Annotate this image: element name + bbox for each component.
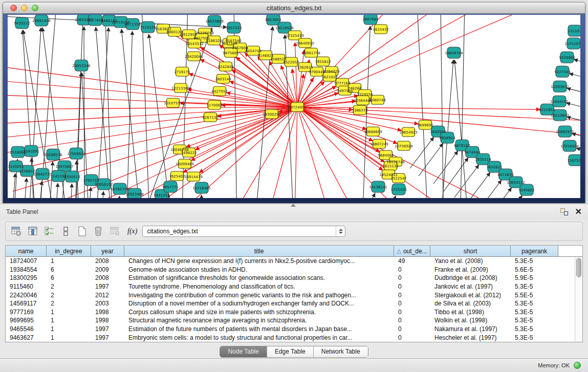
cell: 1 (47, 325, 91, 333)
table-settings-icon[interactable] (10, 225, 23, 238)
column-header-short[interactable]: short (430, 246, 511, 256)
cell: Tourette syndrome. Phenomenology and cla… (124, 283, 394, 290)
float-panel-icon[interactable] (560, 208, 568, 215)
cell: 19384554 (6, 266, 47, 273)
column-header-out_de[interactable]: △out_de... (394, 246, 430, 256)
node-table: namein_degreeyeartitle△out_de...shortpag… (5, 245, 583, 342)
graph-node-label: 20691406 (32, 19, 51, 23)
cell: Dudbridge et al. (2008) (430, 274, 511, 281)
cell: 5.6E-5 (511, 266, 558, 273)
graph-node-label: 7857223 (226, 26, 242, 30)
graph-node-label: 8427552 (211, 90, 227, 94)
table-selector-combobox[interactable]: citations_edges.txt (142, 226, 345, 237)
graph-node-label: 15751074 (564, 42, 580, 46)
graph-node-label: 2935114 (475, 158, 491, 162)
graph-node-label: 1170065 (206, 103, 222, 107)
new-column-icon[interactable] (75, 225, 89, 238)
cell: 6 (47, 266, 91, 273)
table-panel: Table Panel ✕ f(x) citations_edges.txt (0, 204, 588, 358)
graph-edge (362, 193, 375, 198)
cell: 2 (47, 283, 91, 290)
table-row[interactable]: 1872400712008Changes of HCN gene express… (6, 257, 575, 266)
cell: 0 (394, 274, 430, 281)
graph-node-label: 131101 (568, 29, 580, 33)
sort-ascending-icon: △ (397, 248, 401, 254)
window-titlebar[interactable]: citations_edges.txt (3, 2, 585, 14)
cell: Nakamura et al. (1997) (430, 325, 511, 333)
table-scrollbar[interactable] (575, 257, 582, 342)
graph-edge (297, 107, 366, 198)
graph-node-label: 10107553 (164, 101, 182, 105)
table-body: 1872400712008Changes of HCN gene express… (6, 257, 575, 342)
delete-table-icon[interactable] (108, 225, 121, 238)
column-header-name[interactable]: name (6, 246, 47, 256)
graph-node-label: 2324554 (357, 93, 373, 97)
graph-node-label: 1350513 (64, 175, 80, 179)
window-title: citations_edges.txt (3, 4, 585, 12)
graph-edge (180, 103, 297, 107)
cell: Yano et al. (2008) (430, 257, 511, 265)
graph-node-label: 8454749 (245, 49, 261, 53)
column-pair-icon[interactable] (59, 225, 72, 238)
graph-node-label: 8958924 (439, 136, 455, 140)
cell: 0 (394, 334, 430, 341)
graph-edge (570, 74, 580, 82)
cell: 2008 (91, 274, 124, 281)
cell: Jankovic et al. (1997) (430, 283, 511, 290)
select-columns-icon[interactable] (42, 225, 56, 238)
table-row[interactable]: 946554611997Estimation of the future num… (6, 325, 575, 334)
graph-node-label: 7625402 (169, 174, 185, 179)
graph-node-label: 9435572 (14, 21, 30, 26)
table-row[interactable]: 969969511998Structural magnetic resonanc… (6, 316, 575, 325)
graph-edge (8, 79, 297, 107)
graph-node-label: 16782759 (111, 187, 129, 191)
function-builder-icon[interactable]: f(x) (127, 227, 137, 235)
status-bar: Memory: OK (0, 358, 588, 372)
cell: 1 (47, 309, 91, 316)
cell: 2008 (91, 257, 124, 265)
graph-node-label: 14136141 (369, 185, 387, 189)
column-header-in_degree[interactable]: in_degree (47, 246, 91, 256)
graph-edge (101, 191, 103, 198)
tab-node-table[interactable]: Node Table (220, 346, 267, 357)
graph-node-label: 8215953 (539, 108, 555, 112)
graph-node-label: 1498222 (181, 151, 197, 155)
column-visibility-icon[interactable] (26, 225, 39, 238)
cell: 0 (394, 317, 430, 324)
graph-edge (201, 195, 202, 198)
table-row[interactable]: 977716911998Corpus callosum shape and si… (6, 308, 575, 317)
cell: 22420046 (6, 292, 47, 299)
close-panel-icon[interactable]: ✕ (575, 208, 582, 215)
column-header-title[interactable]: title (124, 246, 394, 256)
table-type-tabs: Node TableEdge TableNetwork Table (220, 346, 368, 358)
graph-node-label: 9245652 (518, 188, 534, 192)
column-header-pagerank[interactable]: pagerank (511, 246, 558, 256)
network-frame: 9435572206914061065328715276026466140107… (3, 14, 585, 203)
table-selector-value: citations_edges.txt (143, 228, 336, 235)
cell: 2 (47, 292, 91, 299)
table-row[interactable]: 1938455462009Genome-wide association stu… (6, 266, 575, 274)
graph-node-label: 8186328 (206, 39, 222, 43)
table-row[interactable]: 1830029562008Estimation of significance … (6, 274, 575, 282)
tab-edge-table[interactable]: Edge Table (267, 346, 314, 357)
graph-node-label: 20206536 (44, 153, 62, 157)
table-row[interactable]: 946362711997Embryonic stem cells: a mode… (6, 333, 575, 342)
graph-node-label: 8267130 (202, 116, 218, 120)
delete-column-icon[interactable] (92, 225, 105, 238)
cell: 0 (394, 309, 430, 316)
graph-edge (8, 107, 297, 173)
splitter-handle[interactable] (291, 204, 296, 207)
tab-network-table[interactable]: Network Table (314, 346, 368, 357)
table-row[interactable]: 911546021997Tourette syndrome. Phenomeno… (6, 282, 575, 291)
cell: 5.3E-5 (511, 334, 558, 341)
graph-node-label: 1545051 (8, 165, 24, 169)
scrollbar-thumb[interactable] (576, 258, 581, 277)
table-row[interactable]: 2242004622012Investigating the contribut… (6, 291, 575, 299)
cell: 1997 (91, 325, 124, 333)
combobox-stepper-icon[interactable] (336, 226, 345, 236)
table-row[interactable]: 1456911722003Disruption of a novel membe… (6, 299, 575, 308)
column-header-year[interactable]: year (91, 246, 124, 256)
graph-node-label: 19218506 (275, 26, 294, 30)
graph-node-label: 16120746 (386, 160, 405, 164)
network-canvas[interactable]: 9435572206914061065328715276026466140107… (8, 15, 580, 198)
